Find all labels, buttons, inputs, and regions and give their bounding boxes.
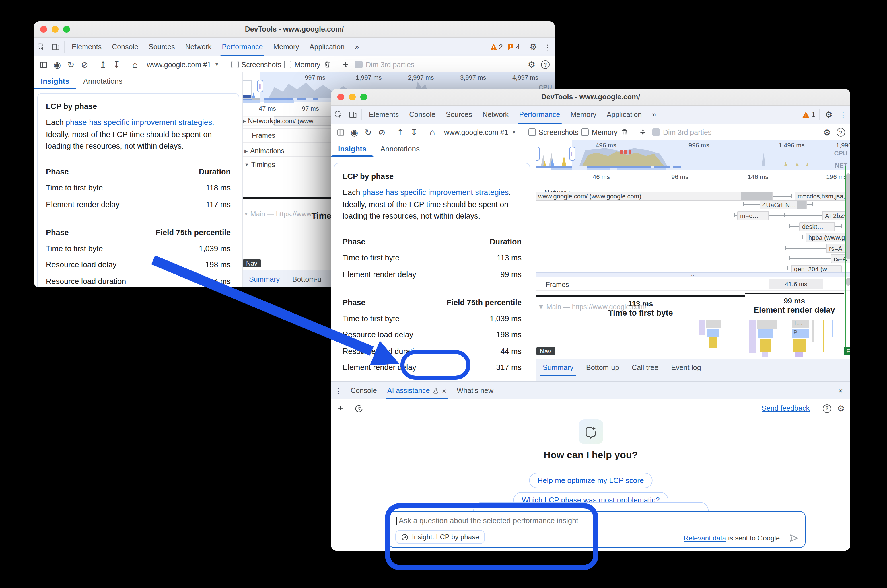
lcp-insight-card[interactable]: LCP by phase Each phase has specific imp… xyxy=(334,163,530,413)
help-icon[interactable]: ? xyxy=(539,58,552,71)
frame-duration-badge[interactable]: 41.6 ms xyxy=(769,279,823,288)
screenshots-checkbox[interactable]: Screenshots xyxy=(229,60,281,69)
network-request-bar[interactable]: hpba (www.goog xyxy=(806,233,850,242)
new-chat-icon[interactable]: + xyxy=(334,402,347,415)
screenshots-checkbox[interactable]: Screenshots xyxy=(526,128,579,136)
history-select[interactable]: www.google.com #1▼ xyxy=(440,128,521,136)
clear-icon[interactable]: ⊘ xyxy=(375,126,389,138)
frames-track-label[interactable]: Frames xyxy=(252,131,275,140)
tab-sources[interactable]: Sources xyxy=(441,105,477,124)
ai-question-input[interactable] xyxy=(398,516,641,525)
minimap-drag-handle[interactable]: || xyxy=(569,147,575,160)
record-icon[interactable]: ◉ xyxy=(348,126,361,138)
send-message-icon[interactable] xyxy=(789,533,799,543)
tab-drawer-console[interactable]: Console xyxy=(345,382,382,399)
more-tabs-chevron-icon[interactable]: » xyxy=(647,105,661,124)
animations-track-header[interactable]: ▶Animations xyxy=(245,145,284,156)
scrollbar-thumb[interactable] xyxy=(846,173,850,259)
chat-history-icon[interactable] xyxy=(352,402,365,415)
close-window-button[interactable] xyxy=(40,26,47,33)
traffic-lights[interactable] xyxy=(40,26,70,33)
close-window-button[interactable] xyxy=(337,93,344,100)
inspect-icon[interactable] xyxy=(34,38,48,56)
drawer-help-icon[interactable]: ? xyxy=(821,402,834,415)
device-toolbar-icon[interactable] xyxy=(48,38,63,56)
panel-settings-gear-icon[interactable]: ⚙ xyxy=(525,58,538,71)
tab-insights[interactable]: Insights xyxy=(331,140,374,157)
help-icon[interactable]: ? xyxy=(834,126,847,138)
toggle-sidebar-icon[interactable] xyxy=(334,126,347,138)
network-request-bar[interactable]: gen_204 (w xyxy=(791,265,842,273)
settings-gear-icon[interactable]: ⚙ xyxy=(526,38,540,56)
network-track-header[interactable]: ▶Network xyxy=(243,115,274,127)
screenshot-thumbnail[interactable] xyxy=(243,80,252,99)
flame-task-block[interactable]: P… xyxy=(792,329,809,338)
collect-garbage-icon[interactable] xyxy=(321,58,334,71)
zoom-window-button[interactable] xyxy=(360,93,367,100)
tab-whats-new[interactable]: What's new xyxy=(452,382,498,399)
minimap-drag-handle[interactable] xyxy=(536,147,540,160)
history-select[interactable]: www.google.com #1▼ xyxy=(142,60,224,69)
panel-settings-gear-icon[interactable]: ⚙ xyxy=(821,126,834,138)
settings-gear-icon[interactable]: ⚙ xyxy=(822,105,836,124)
tab-network[interactable]: Network xyxy=(180,38,217,56)
titlebar[interactable]: DevTools - www.google.com/ xyxy=(331,89,850,105)
more-tabs-chevron-icon[interactable]: » xyxy=(350,38,364,56)
record-icon[interactable]: ◉ xyxy=(51,58,64,71)
minimize-window-button[interactable] xyxy=(52,26,59,33)
warnings-badge[interactable]: 2 xyxy=(488,38,505,56)
collect-garbage-icon[interactable] xyxy=(618,126,631,138)
frames-track-label[interactable]: Frames xyxy=(546,280,569,288)
toggle-sidebar-icon[interactable] xyxy=(37,58,50,71)
save-profile-icon[interactable]: ↥ xyxy=(96,58,110,71)
tab-call-tree[interactable]: Call tree xyxy=(625,359,665,376)
track-resize-handle[interactable]: … xyxy=(536,273,850,277)
tab-console[interactable]: Console xyxy=(107,38,143,56)
send-feedback-link[interactable]: Send feedback xyxy=(762,404,809,412)
timeline-minimap[interactable]: 496 ms 996 ms 1,496 ms 1,996 CPU NET || xyxy=(536,140,850,170)
tab-application[interactable]: Application xyxy=(305,38,350,56)
improvement-strategies-link[interactable]: phase has specific improvement strategie… xyxy=(362,189,509,197)
drawer-more-menu-icon[interactable]: ⋮ xyxy=(331,382,345,399)
shortcuts-dialog-icon[interactable] xyxy=(636,126,650,138)
issues-badge[interactable]: 4 xyxy=(505,38,522,56)
close-drawer-icon[interactable]: × xyxy=(831,382,850,399)
zoom-window-button[interactable] xyxy=(63,26,70,33)
network-request-bar[interactable]: m=c… xyxy=(737,211,769,220)
tab-ai-assistance[interactable]: AI assistance × xyxy=(382,382,452,399)
tab-summary[interactable]: Summary xyxy=(536,359,580,376)
scrollbar-thumb[interactable] xyxy=(846,278,850,286)
tab-annotations[interactable]: Annotations xyxy=(76,72,129,90)
tab-memory[interactable]: Memory xyxy=(566,105,602,124)
timings-track-header[interactable]: ▼Timings xyxy=(245,159,275,169)
tab-elements[interactable]: Elements xyxy=(66,38,107,56)
relevant-data-link[interactable]: Relevant data xyxy=(684,534,726,542)
ai-question-input-container[interactable]: Insight: LCP by phase Relevant data is s… xyxy=(389,511,806,548)
clear-icon[interactable]: ⊘ xyxy=(78,58,91,71)
tab-bottom-up[interactable]: Bottom-up xyxy=(580,359,625,376)
tab-memory[interactable]: Memory xyxy=(268,38,305,56)
inspect-icon[interactable] xyxy=(331,105,345,124)
network-request-bar[interactable]: www.google.com/ (www.google.com) xyxy=(536,192,773,201)
memory-checkbox[interactable]: Memory xyxy=(579,128,618,136)
minimize-window-button[interactable] xyxy=(349,93,356,100)
home-icon[interactable]: ⌂ xyxy=(426,126,439,138)
load-profile-icon[interactable]: ↧ xyxy=(110,58,123,71)
insight-context-chip[interactable]: Insight: LCP by phase xyxy=(395,530,485,544)
more-menu-icon[interactable]: ⋮ xyxy=(540,38,555,56)
close-tab-icon[interactable]: × xyxy=(442,386,446,395)
memory-checkbox[interactable]: Memory xyxy=(282,60,320,69)
dim-3rd-parties-checkbox[interactable]: Dim 3rd parties xyxy=(650,128,712,136)
tab-event-log[interactable]: Event log xyxy=(665,359,707,376)
tab-performance[interactable]: Performance xyxy=(216,38,268,56)
suggestion-chip[interactable]: Help me optimize my LCP score xyxy=(529,473,653,488)
tab-summary[interactable]: Summary xyxy=(243,270,286,287)
tab-network[interactable]: Network xyxy=(477,105,514,124)
lcp-insight-card[interactable]: LCP by phase Each phase has specific imp… xyxy=(37,93,239,287)
tab-performance[interactable]: Performance xyxy=(514,105,565,124)
flame-task-block[interactable]: T… xyxy=(792,320,809,328)
traffic-lights[interactable] xyxy=(337,93,367,100)
tab-bottom-up[interactable]: Bottom-u xyxy=(286,270,327,287)
tab-application[interactable]: Application xyxy=(602,105,647,124)
shortcuts-dialog-icon[interactable] xyxy=(339,58,353,71)
